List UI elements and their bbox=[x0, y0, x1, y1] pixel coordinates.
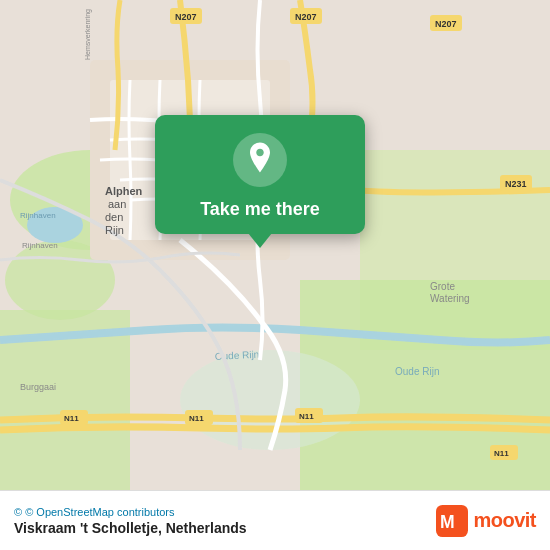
svg-text:N207: N207 bbox=[175, 12, 197, 22]
location-popup[interactable]: Take me there bbox=[155, 115, 365, 234]
svg-text:den: den bbox=[105, 211, 123, 223]
moovit-text-label: moovit bbox=[473, 509, 536, 532]
map-container: Oude Rijn Oude Rijn Rijnhaven N207 N207 … bbox=[0, 0, 550, 490]
location-icon-circle bbox=[233, 133, 287, 187]
svg-text:N11: N11 bbox=[494, 449, 509, 458]
svg-text:Oude Rijn: Oude Rijn bbox=[395, 366, 439, 377]
svg-text:Grote: Grote bbox=[430, 281, 455, 292]
svg-text:Hemsverkenring: Hemsverkenring bbox=[84, 9, 92, 60]
svg-text:N231: N231 bbox=[505, 179, 527, 189]
svg-text:M: M bbox=[440, 512, 455, 532]
map-background: Oude Rijn Oude Rijn Rijnhaven N207 N207 … bbox=[0, 0, 550, 490]
svg-text:Rijnhaven: Rijnhaven bbox=[22, 241, 58, 250]
svg-text:Burggaai: Burggaai bbox=[20, 382, 56, 392]
svg-text:Rijn: Rijn bbox=[105, 224, 124, 236]
svg-text:Watering: Watering bbox=[430, 293, 470, 304]
location-pin-icon bbox=[245, 142, 275, 178]
svg-text:N207: N207 bbox=[295, 12, 317, 22]
moovit-logo[interactable]: M moovit bbox=[436, 505, 536, 537]
bottom-bar: © © OpenStreetMap contributors Viskraam … bbox=[0, 490, 550, 550]
svg-text:Alphen: Alphen bbox=[105, 185, 143, 197]
svg-text:aan: aan bbox=[108, 198, 126, 210]
svg-text:N207: N207 bbox=[435, 19, 457, 29]
svg-text:N11: N11 bbox=[64, 414, 79, 423]
bottom-info: © © OpenStreetMap contributors Viskraam … bbox=[14, 506, 247, 536]
svg-text:Rijnhaven: Rijnhaven bbox=[20, 211, 56, 220]
attribution-label: © OpenStreetMap contributors bbox=[25, 506, 174, 518]
svg-text:N11: N11 bbox=[189, 414, 204, 423]
moovit-icon: M bbox=[436, 505, 468, 537]
take-me-there-button[interactable]: Take me there bbox=[200, 199, 320, 220]
svg-point-6 bbox=[180, 350, 360, 450]
attribution-text: © © OpenStreetMap contributors bbox=[14, 506, 247, 518]
svg-text:N11: N11 bbox=[299, 412, 314, 421]
location-name-label: Viskraam 't Scholletje, Netherlands bbox=[14, 520, 247, 536]
attribution-symbol: © bbox=[14, 506, 22, 518]
